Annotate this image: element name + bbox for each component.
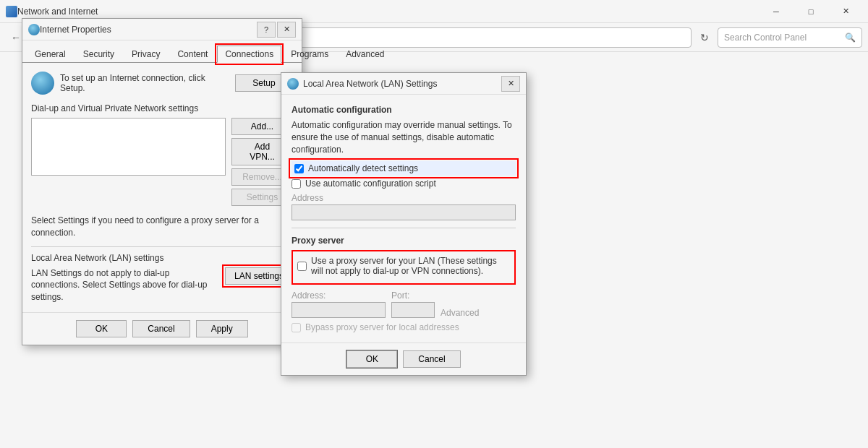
proxy-address-input[interactable]: [292, 302, 386, 318]
setup-row: To set up an Internet connection, click …: [31, 72, 293, 95]
internet-props-controls: ? ✕: [257, 22, 296, 38]
auto-detect-row: Automatically detect settings: [292, 161, 516, 176]
auto-detect-label: Automatically detect settings: [308, 163, 418, 173]
bypass-proxy-checkbox[interactable]: [292, 323, 301, 332]
globe-icon: [31, 72, 54, 95]
auto-script-checkbox[interactable]: [292, 179, 301, 189]
setup-description: To set up an Internet connection, click …: [60, 73, 229, 93]
internet-props-cancel-button[interactable]: Cancel: [132, 320, 190, 337]
search-icon: 🔍: [845, 33, 856, 43]
lan-settings-content: Automatic configuration Automatic config…: [281, 95, 526, 343]
internet-props-title: Internet Properties: [40, 25, 257, 35]
bg-maximize-button[interactable]: □: [794, 1, 827, 22]
tab-security[interactable]: Security: [75, 46, 122, 63]
lan-cancel-button[interactable]: Cancel: [403, 350, 460, 368]
proxy-port-input[interactable]: [391, 302, 435, 318]
tab-content[interactable]: Content: [169, 46, 216, 63]
divider: [292, 228, 516, 228]
search-placeholder: Search Control Panel: [724, 33, 807, 43]
auto-detect-checkbox[interactable]: [294, 164, 304, 173]
lan-row: LAN Settings do not apply to dial-up con…: [31, 267, 293, 303]
proxy-description: Select Settings if you need to configure…: [31, 215, 293, 239]
tab-privacy[interactable]: Privacy: [124, 46, 168, 63]
proxy-fields-row: Address: Port: Advanced: [292, 290, 516, 318]
bypass-proxy-row: Bypass proxy server for local addresses: [292, 322, 516, 332]
bg-close-button[interactable]: ✕: [829, 1, 862, 22]
auto-config-address-field: Address: [292, 193, 516, 220]
internet-props-content: To set up an Internet connection, click …: [22, 63, 302, 312]
bypass-proxy-label: Bypass proxy server for local addresses: [305, 322, 459, 332]
vpn-list: [31, 118, 226, 176]
proxy-section-header: Proxy server: [292, 236, 516, 246]
auto-config-header: Automatic configuration: [292, 105, 516, 115]
internet-props-apply-button[interactable]: Apply: [196, 320, 248, 337]
lan-settings-controls: ✕: [501, 76, 520, 92]
proxy-server-checkbox[interactable]: [297, 262, 307, 271]
proxy-server-row: Use a proxy server for your LAN (These s…: [297, 256, 510, 276]
proxy-address-group: Address:: [292, 290, 386, 318]
internet-props-close-button[interactable]: ✕: [277, 22, 296, 38]
lan-settings-close-button[interactable]: ✕: [501, 76, 520, 92]
address-label: Address: [292, 193, 516, 203]
internet-props-footer: OK Cancel Apply: [22, 312, 302, 345]
internet-props-tabs: General Security Privacy Content Connect…: [22, 40, 302, 63]
internet-props-icon: [28, 24, 40, 35]
auto-script-row: Use automatic configuration script: [292, 178, 516, 189]
proxy-port-label: Port:: [391, 290, 435, 301]
lan-ok-button[interactable]: OK: [346, 350, 397, 368]
lan-settings-titlebar: Local Area Network (LAN) Settings ✕: [281, 73, 526, 95]
bg-minimize-button[interactable]: ─: [760, 1, 793, 22]
proxy-port-group: Port:: [391, 290, 435, 318]
tab-connections[interactable]: Connections: [217, 46, 281, 63]
advanced-button[interactable]: Advanced: [441, 308, 479, 318]
address-input[interactable]: [292, 204, 516, 220]
vpn-row: Add... Add VPN... Remove... Settings: [31, 118, 293, 206]
internet-props-ok-button[interactable]: OK: [76, 320, 127, 337]
tab-general[interactable]: General: [27, 46, 74, 63]
bg-window-title: Network and Internet: [17, 7, 760, 17]
lan-settings-icon: [287, 78, 299, 90]
internet-props-titlebar: Internet Properties ? ✕: [22, 19, 302, 40]
proxy-address-label: Address:: [292, 290, 386, 301]
refresh-button[interactable]: ↻: [694, 27, 715, 48]
internet-properties-dialog: Internet Properties ? ✕ General Security…: [22, 18, 302, 345]
lan-settings-dialog: Local Area Network (LAN) Settings ✕ Auto…: [281, 72, 527, 376]
bg-window-controls: ─ □ ✕: [760, 1, 862, 22]
network-icon: [6, 6, 17, 17]
lan-description: LAN Settings do not apply to dial-up con…: [31, 267, 219, 303]
internet-props-help-button[interactable]: ?: [257, 22, 276, 38]
lan-settings-title: Local Area Network (LAN) Settings: [303, 79, 501, 89]
lan-section: Local Area Network (LAN) settings LAN Se…: [31, 246, 293, 303]
tab-advanced[interactable]: Advanced: [338, 46, 392, 63]
lan-settings-footer: OK Cancel: [281, 343, 526, 375]
tab-programs[interactable]: Programs: [283, 46, 336, 63]
dialup-section-title: Dial-up and Virtual Private Network sett…: [31, 103, 293, 113]
auto-config-description: Automatic configuration may override man…: [292, 119, 516, 155]
search-bar[interactable]: Search Control Panel 🔍: [718, 27, 862, 48]
proxy-server-label: Use a proxy server for your LAN (These s…: [311, 256, 510, 276]
lan-section-title: Local Area Network (LAN) settings: [31, 253, 293, 263]
auto-script-label: Use automatic configuration script: [305, 178, 436, 189]
proxy-checkbox-box: Use a proxy server for your LAN (These s…: [292, 250, 516, 285]
